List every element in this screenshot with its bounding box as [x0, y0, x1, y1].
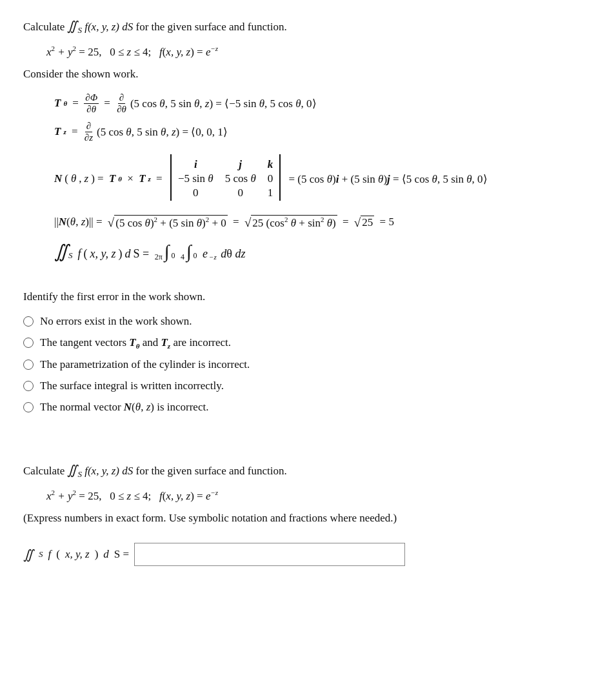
option-2-text: The tangent vectors Tθ and Tz are incorr…	[40, 336, 231, 350]
sqrt-25-plain: √ 25	[354, 216, 374, 229]
option-4-text: The surface integral is written incorrec…	[40, 380, 224, 392]
equals1: =	[70, 97, 81, 110]
sqrt-main: √ (5 cos θ)2 + (5 sin θ)2 + 0	[108, 215, 228, 230]
differentials: dθ dz	[218, 247, 246, 261]
T-theta-line: Tθ = ∂Φ ∂θ = ∂ ∂θ (5 cos θ, 5 sin θ, z) …	[54, 92, 593, 114]
consider-text: Consider the shown work.	[23, 68, 593, 81]
answer-vars: x, y, z	[65, 548, 90, 561]
radio-3[interactable]	[23, 360, 34, 370]
integrand: e	[203, 247, 208, 261]
T-z-subscript: z	[63, 128, 66, 136]
problem2-statement: Calculate ∬S f(x, y, z) dS for the given…	[23, 462, 593, 480]
problem1-statement: Calculate ∬S f(x, y, z) dS for the given…	[23, 18, 593, 35]
equals2: =	[101, 97, 113, 110]
norm-equals4: = 5	[377, 216, 394, 228]
answer-input-box[interactable]	[134, 543, 405, 566]
option-1-text: No errors exist in the work shown.	[40, 315, 192, 328]
condition-math: x	[46, 46, 52, 58]
problem1-func-text: f(x, y, z) dS	[84, 21, 135, 33]
frac-dPhi-dtheta: ∂Φ ∂θ	[84, 92, 99, 114]
cond2-math: x	[46, 490, 52, 502]
radio-5[interactable]	[23, 402, 34, 412]
answer-func-label: f	[48, 548, 52, 561]
problem2-calculate: Calculate	[23, 465, 67, 477]
norm-equals2: =	[230, 216, 242, 228]
T-z-line: Tz = ∂ ∂z (5 cos θ, 5 sin θ, z) = ⟨0, 0,…	[54, 121, 593, 143]
radio-2[interactable]	[23, 338, 34, 348]
option-1-row: No errors exist in the work shown.	[23, 315, 593, 328]
norm-line: ||N(θ, z)|| = √ (5 cos θ)2 + (5 sin θ)2 …	[54, 215, 593, 230]
problem2-condition: x2 + y2 = 25, 0 ≤ z ≤ 4; f(x, y, z) = e−…	[46, 489, 593, 503]
problem2-for-text: for the given surface and function.	[136, 465, 287, 477]
norm-label: ||N(θ, z)|| =	[54, 216, 105, 228]
norm-equals3: =	[340, 216, 352, 228]
cross-symbol: ×	[124, 172, 136, 185]
answer-integral-label: ∬	[23, 547, 34, 562]
int-sign-2: ∫	[186, 243, 192, 261]
identify-text: Identify the first error in the work sho…	[23, 290, 593, 303]
frac-d-dtheta: ∂ ∂θ	[115, 92, 128, 114]
T-theta-label: T	[54, 97, 61, 110]
option-4-row: The surface integral is written incorrec…	[23, 380, 593, 392]
express-note: (Express numbers in exact form. Use symb…	[23, 512, 593, 525]
option-2-row: The tangent vectors Tθ and Tz are incorr…	[23, 336, 593, 350]
problem1-calculate: Calculate	[23, 21, 67, 33]
answer-S-label: S	[39, 549, 43, 560]
lower-bound-2: 0	[194, 251, 197, 261]
answer-dS: d	[103, 548, 109, 561]
T-theta-arg: (5 cos θ, 5 sin θ, z) = ⟨−5 sin θ, 5 cos…	[130, 97, 317, 110]
upper-bound-2: 4	[181, 252, 184, 262]
option-5-row: The normal vector N(θ, z) is incorrect.	[23, 401, 593, 414]
N-cross-line: N(θ, z) = Tθ × Tz = i j k −5 sin θ 5 cos…	[54, 154, 593, 203]
N-label: N	[54, 172, 62, 185]
sqrt-25: √ 25 (cos2 θ + sin2 θ)	[244, 215, 337, 230]
problem2-block: Calculate ∬S f(x, y, z) dS for the given…	[23, 462, 593, 566]
iterated-int: 2π ∫ 0 4 ∫ 0 e−z dθ dz	[155, 243, 246, 261]
determinant-matrix: i j k −5 sin θ 5 cos θ 0 0 0 1	[170, 154, 281, 203]
equals3: =	[69, 125, 81, 138]
T-theta-subscript: θ	[63, 99, 67, 107]
option-5-text: The normal vector N(θ, z) is incorrect.	[40, 401, 208, 414]
left-func: f	[78, 247, 81, 261]
work-block: Tθ = ∂Φ ∂θ = ∂ ∂θ (5 cos θ, 5 sin θ, z) …	[54, 92, 593, 261]
T-z-arg: (5 cos θ, 5 sin θ, z) = ⟨0, 0, 1⟩	[97, 125, 228, 139]
T-z-cross: T	[139, 172, 145, 185]
surface-integral-line: ∬S f(x, y, z) dS = 2π ∫ 0 4 ∫ 0 e−z d	[54, 243, 593, 261]
option-3-text: The parametrization of the cylinder is i…	[40, 358, 250, 371]
frac-d-dz: ∂ ∂z	[83, 121, 94, 143]
det-result: = (5 cos θ)i + (5 sin θ)j = ⟨5 cos θ, 5 …	[286, 172, 487, 186]
T-z-label: T	[54, 125, 61, 138]
problem1-double-integral: ∬	[67, 19, 77, 33]
problem2-S-sub: S	[77, 469, 82, 479]
T-theta-cross: T	[106, 172, 116, 185]
upper-bound-1: 2π	[155, 252, 163, 262]
option-3-row: The parametrization of the cylinder is i…	[23, 358, 593, 371]
radio-1[interactable]	[23, 316, 34, 327]
lower-bound-1: 0	[171, 251, 175, 261]
equals-det: =	[154, 172, 165, 185]
problem1-for-text: for the given surface and function.	[136, 21, 287, 33]
problem2-double-integral: ∬	[67, 463, 77, 477]
problem2-func-text: f(x, y, z) dS	[84, 465, 135, 477]
answer-row: ∬S f(x, y, z) dS =	[23, 543, 593, 566]
radio-4[interactable]	[23, 381, 34, 391]
int-sign-1: ∫	[164, 243, 170, 261]
left-double-int: ∬S	[54, 243, 73, 261]
problem1-S-sub: S	[77, 25, 82, 35]
problem1-condition: x2 + y2 = 25, 0 ≤ z ≤ 4; f(x, y, z) = e−…	[46, 45, 593, 59]
